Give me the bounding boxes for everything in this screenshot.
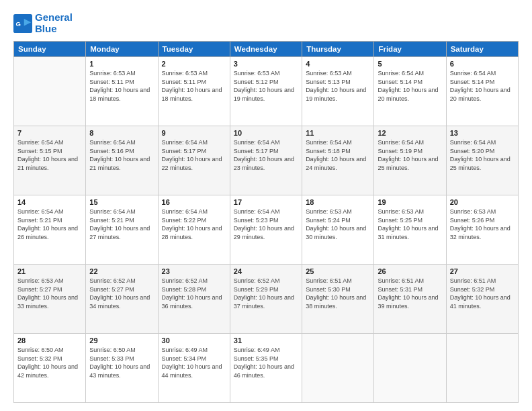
calendar-cell: [14, 57, 86, 126]
calendar-cell: 20Sunrise: 6:53 AMSunset: 5:26 PMDayligh…: [446, 195, 518, 265]
day-info: Sunrise: 6:50 AMSunset: 5:33 PMDaylight:…: [89, 346, 154, 379]
day-number: 10: [234, 129, 298, 137]
day-number: 21: [17, 267, 82, 275]
calendar-cell: 9Sunrise: 6:54 AMSunset: 5:17 PMDaylight…: [158, 126, 230, 195]
calendar-cell: 28Sunrise: 6:50 AMSunset: 5:32 PMDayligh…: [14, 334, 86, 403]
calendar-cell: 10Sunrise: 6:54 AMSunset: 5:17 PMDayligh…: [230, 126, 302, 195]
day-number: 11: [306, 129, 370, 137]
calendar-cell: 18Sunrise: 6:53 AMSunset: 5:24 PMDayligh…: [302, 195, 374, 265]
day-number: 29: [89, 336, 154, 345]
calendar-cell: 15Sunrise: 6:54 AMSunset: 5:21 PMDayligh…: [86, 195, 158, 265]
day-info: Sunrise: 6:53 AMSunset: 5:26 PMDaylight:…: [450, 208, 515, 241]
calendar-cell: [374, 334, 446, 403]
calendar-cell: 23Sunrise: 6:52 AMSunset: 5:28 PMDayligh…: [158, 265, 230, 334]
calendar-week-row: 21Sunrise: 6:53 AMSunset: 5:27 PMDayligh…: [14, 265, 519, 334]
day-number: 28: [17, 336, 82, 345]
calendar-table: SundayMondayTuesdayWednesdayThursdayFrid…: [13, 41, 519, 403]
calendar-cell: 12Sunrise: 6:54 AMSunset: 5:19 PMDayligh…: [374, 126, 446, 195]
day-number: 26: [378, 267, 442, 275]
calendar-cell: 5Sunrise: 6:54 AMSunset: 5:14 PMDaylight…: [374, 57, 446, 126]
day-info: Sunrise: 6:54 AMSunset: 5:18 PMDaylight:…: [306, 138, 370, 172]
day-number: 19: [378, 198, 442, 206]
day-info: Sunrise: 6:54 AMSunset: 5:14 PMDaylight:…: [378, 69, 442, 103]
day-number: 4: [306, 60, 370, 68]
day-info: Sunrise: 6:54 AMSunset: 5:16 PMDaylight:…: [89, 138, 154, 172]
day-info: Sunrise: 6:53 AMSunset: 5:11 PMDaylight:…: [162, 69, 226, 103]
day-number: 16: [162, 198, 226, 206]
logo-icon: G: [13, 14, 32, 33]
calendar-cell: 19Sunrise: 6:53 AMSunset: 5:25 PMDayligh…: [374, 195, 446, 265]
day-info: Sunrise: 6:53 AMSunset: 5:12 PMDaylight:…: [234, 69, 298, 103]
day-number: 24: [234, 267, 298, 275]
calendar-cell: 8Sunrise: 6:54 AMSunset: 5:16 PMDaylight…: [86, 126, 158, 195]
calendar-body: 1Sunrise: 6:53 AMSunset: 5:11 PMDaylight…: [14, 57, 519, 403]
day-of-week-header: Monday: [86, 42, 158, 57]
day-of-week-header: Wednesday: [230, 42, 302, 57]
day-info: Sunrise: 6:54 AMSunset: 5:21 PMDaylight:…: [17, 208, 82, 241]
day-number: 3: [234, 60, 298, 68]
calendar-cell: 24Sunrise: 6:52 AMSunset: 5:29 PMDayligh…: [230, 265, 302, 334]
calendar-cell: [302, 334, 374, 403]
calendar-week-row: 7Sunrise: 6:54 AMSunset: 5:15 PMDaylight…: [14, 126, 519, 195]
calendar-header: SundayMondayTuesdayWednesdayThursdayFrid…: [14, 42, 519, 57]
day-info: Sunrise: 6:53 AMSunset: 5:27 PMDaylight:…: [17, 277, 82, 310]
calendar-week-row: 1Sunrise: 6:53 AMSunset: 5:11 PMDaylight…: [14, 57, 519, 126]
day-info: Sunrise: 6:51 AMSunset: 5:31 PMDaylight:…: [378, 277, 442, 310]
calendar-cell: 11Sunrise: 6:54 AMSunset: 5:18 PMDayligh…: [302, 126, 374, 195]
day-info: Sunrise: 6:53 AMSunset: 5:11 PMDaylight:…: [89, 69, 154, 103]
calendar-cell: 14Sunrise: 6:54 AMSunset: 5:21 PMDayligh…: [14, 195, 86, 265]
calendar-cell: 22Sunrise: 6:52 AMSunset: 5:27 PMDayligh…: [86, 265, 158, 334]
page-header: G General Blue: [13, 12, 519, 34]
day-info: Sunrise: 6:53 AMSunset: 5:25 PMDaylight:…: [378, 208, 442, 241]
day-info: Sunrise: 6:51 AMSunset: 5:30 PMDaylight:…: [306, 277, 370, 310]
day-info: Sunrise: 6:54 AMSunset: 5:20 PMDaylight:…: [450, 138, 515, 172]
calendar-cell: 16Sunrise: 6:54 AMSunset: 5:22 PMDayligh…: [158, 195, 230, 265]
day-number: 2: [162, 60, 226, 68]
day-number: 13: [450, 129, 515, 137]
day-of-week-header: Sunday: [14, 42, 86, 57]
day-info: Sunrise: 6:54 AMSunset: 5:22 PMDaylight:…: [162, 208, 226, 241]
day-info: Sunrise: 6:54 AMSunset: 5:17 PMDaylight:…: [234, 138, 298, 172]
day-info: Sunrise: 6:54 AMSunset: 5:14 PMDaylight:…: [450, 69, 515, 103]
day-number: 15: [89, 198, 154, 206]
day-number: 30: [162, 336, 226, 345]
day-info: Sunrise: 6:54 AMSunset: 5:17 PMDaylight:…: [162, 138, 226, 172]
day-of-week-header: Saturday: [446, 42, 518, 57]
logo: G General Blue: [13, 12, 73, 34]
calendar-cell: 3Sunrise: 6:53 AMSunset: 5:12 PMDaylight…: [230, 57, 302, 126]
day-number: 18: [306, 198, 370, 206]
calendar-cell: 26Sunrise: 6:51 AMSunset: 5:31 PMDayligh…: [374, 265, 446, 334]
day-number: 5: [378, 60, 442, 68]
calendar-cell: 2Sunrise: 6:53 AMSunset: 5:11 PMDaylight…: [158, 57, 230, 126]
days-of-week-row: SundayMondayTuesdayWednesdayThursdayFrid…: [14, 42, 519, 57]
calendar-cell: 1Sunrise: 6:53 AMSunset: 5:11 PMDaylight…: [86, 57, 158, 126]
day-number: 20: [450, 198, 515, 206]
calendar-cell: 13Sunrise: 6:54 AMSunset: 5:20 PMDayligh…: [446, 126, 518, 195]
day-number: 6: [450, 60, 515, 68]
calendar-cell: 31Sunrise: 6:49 AMSunset: 5:35 PMDayligh…: [230, 334, 302, 403]
calendar-cell: 17Sunrise: 6:54 AMSunset: 5:23 PMDayligh…: [230, 195, 302, 265]
day-of-week-header: Friday: [374, 42, 446, 57]
calendar-page: G General Blue SundayMondayTuesdayWednes…: [0, 0, 532, 411]
day-info: Sunrise: 6:54 AMSunset: 5:23 PMDaylight:…: [234, 208, 298, 241]
calendar-week-row: 28Sunrise: 6:50 AMSunset: 5:32 PMDayligh…: [14, 334, 519, 403]
day-number: 22: [89, 267, 154, 275]
svg-text:G: G: [16, 19, 21, 27]
day-info: Sunrise: 6:49 AMSunset: 5:34 PMDaylight:…: [162, 346, 226, 379]
calendar-week-row: 14Sunrise: 6:54 AMSunset: 5:21 PMDayligh…: [14, 195, 519, 265]
calendar-cell: 25Sunrise: 6:51 AMSunset: 5:30 PMDayligh…: [302, 265, 374, 334]
day-number: 27: [450, 267, 515, 275]
day-info: Sunrise: 6:51 AMSunset: 5:32 PMDaylight:…: [450, 277, 515, 310]
day-info: Sunrise: 6:52 AMSunset: 5:28 PMDaylight:…: [162, 277, 226, 310]
day-info: Sunrise: 6:53 AMSunset: 5:24 PMDaylight:…: [306, 208, 370, 241]
calendar-cell: 21Sunrise: 6:53 AMSunset: 5:27 PMDayligh…: [14, 265, 86, 334]
day-info: Sunrise: 6:54 AMSunset: 5:15 PMDaylight:…: [17, 138, 82, 172]
day-number: 31: [234, 336, 298, 345]
day-number: 12: [378, 129, 442, 137]
calendar-cell: 7Sunrise: 6:54 AMSunset: 5:15 PMDaylight…: [14, 126, 86, 195]
day-number: 14: [17, 198, 82, 206]
day-info: Sunrise: 6:54 AMSunset: 5:19 PMDaylight:…: [378, 138, 442, 172]
day-info: Sunrise: 6:54 AMSunset: 5:21 PMDaylight:…: [89, 208, 154, 241]
day-info: Sunrise: 6:53 AMSunset: 5:13 PMDaylight:…: [306, 69, 370, 103]
day-of-week-header: Thursday: [302, 42, 374, 57]
